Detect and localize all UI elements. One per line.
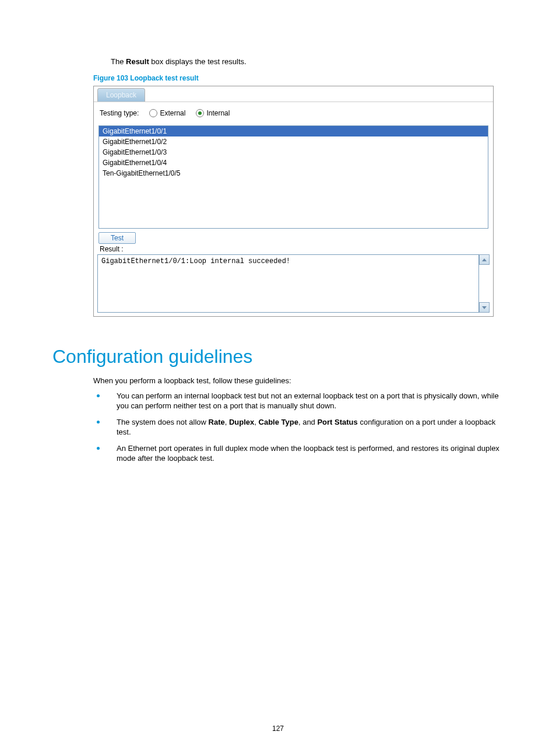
- page: The Result box displays the test results…: [0, 0, 556, 756]
- intro-bold: Result: [126, 57, 149, 66]
- loopback-screenshot: Loopback Testing type: External Internal…: [93, 86, 494, 317]
- radio-external[interactable]: External: [149, 109, 185, 117]
- guidelines-intro: When you perform a loopback test, follow…: [93, 376, 504, 386]
- result-label: Result :: [96, 245, 493, 254]
- test-button[interactable]: Test: [98, 232, 136, 244]
- list-item: The system does not allow Rate, Duplex, …: [93, 417, 504, 438]
- scroll-down-button[interactable]: [479, 302, 490, 313]
- radio-icon: [149, 109, 157, 117]
- tab-loopback[interactable]: Loopback: [97, 88, 145, 102]
- list-item[interactable]: GigabitEthernet1/0/4: [99, 158, 488, 168]
- intro-text: The Result box displays the test results…: [111, 57, 504, 66]
- tab-bar: Loopback: [94, 86, 493, 102]
- list-item[interactable]: GigabitEthernet1/0/3: [99, 147, 488, 158]
- chevron-up-icon: [482, 258, 487, 261]
- testing-type-row: Testing type: External Internal: [94, 102, 493, 125]
- radio-internal[interactable]: Internal: [196, 109, 230, 117]
- radio-dot-icon: [198, 111, 202, 115]
- radio-external-label: External: [160, 109, 185, 117]
- result-textarea[interactable]: GigabitEthernet1/0/1:Loop internal succe…: [97, 254, 479, 313]
- list-item: An Ethernet port operates in full duplex…: [93, 443, 504, 464]
- page-number: 127: [0, 724, 556, 733]
- radio-internal-label: Internal: [206, 109, 230, 117]
- section-heading: Configuration guidelines: [52, 346, 504, 368]
- figure-caption: Figure 103 Loopback test result: [93, 74, 504, 82]
- list-item[interactable]: Ten-GigabitEthernet1/0/5: [99, 168, 488, 178]
- intro-prefix: The: [111, 57, 126, 66]
- radio-icon: [196, 109, 204, 117]
- scrollbar[interactable]: [479, 254, 490, 313]
- scroll-up-button[interactable]: [479, 254, 490, 265]
- guidelines-list: You can perform an internal loopback tes…: [93, 391, 504, 464]
- list-item[interactable]: GigabitEthernet1/0/1: [99, 126, 488, 136]
- chevron-down-icon: [482, 306, 487, 309]
- test-button-row: Test: [94, 229, 493, 244]
- list-item: You can perform an internal loopback tes…: [93, 391, 504, 411]
- list-item[interactable]: GigabitEthernet1/0/2: [99, 136, 488, 147]
- port-listbox[interactable]: GigabitEthernet1/0/1 GigabitEthernet1/0/…: [98, 125, 488, 229]
- intro-suffix: box displays the test results.: [149, 57, 247, 66]
- testing-type-label: Testing type:: [100, 109, 139, 117]
- result-box-wrap: GigabitEthernet1/0/1:Loop internal succe…: [97, 254, 490, 313]
